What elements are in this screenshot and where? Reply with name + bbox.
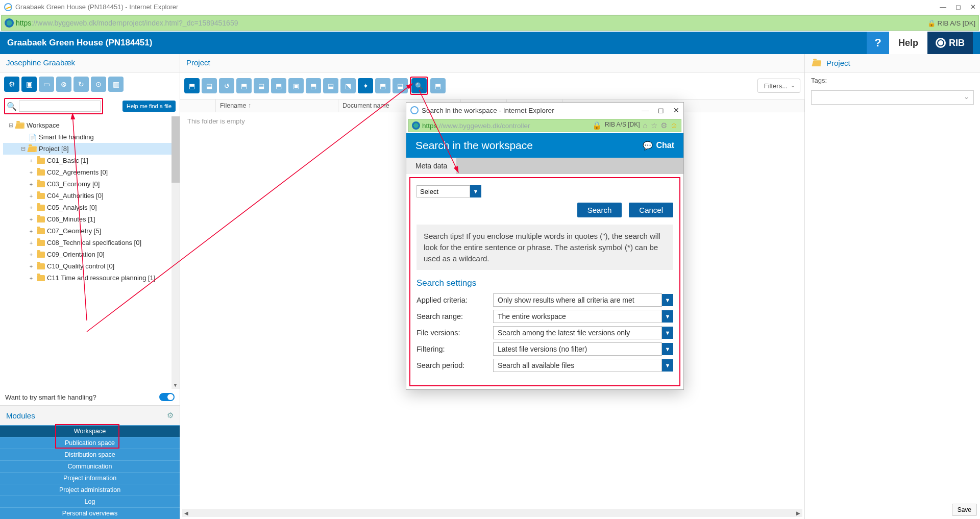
module-communication[interactable]: Communication — [0, 460, 180, 472]
folder-tree[interactable]: ⊟Workspace📄Smart file handling⊟Project [… — [0, 116, 180, 389]
mid-btn-4[interactable]: ⬒ — [236, 78, 252, 93]
help-button[interactable]: Help — [889, 32, 927, 54]
url-host: ://www.byggeweb.dk — [31, 19, 96, 27]
popup-minimize-icon[interactable]: — — [642, 106, 649, 114]
chevron-down-icon[interactable]: ▼ — [662, 343, 673, 355]
popup-close-icon[interactable]: ✕ — [673, 106, 679, 114]
chevron-down-icon[interactable]: ▼ — [662, 359, 673, 372]
filters-button[interactable]: Filters... — [757, 79, 800, 93]
help-find-button[interactable]: Help me find a file — [122, 101, 176, 112]
module-list: WorkspacePublication spaceDistribution s… — [0, 425, 180, 519]
settings-row: File versions: Search among the latest f… — [416, 326, 673, 339]
right-title: Project — [805, 54, 980, 72]
settings-select[interactable]: Only show results where all criteria are… — [493, 293, 662, 307]
tree-item[interactable]: 📄Smart file handling — [3, 131, 179, 143]
save-button[interactable]: Save — [952, 504, 977, 516]
settings-row: Search range: The entire workspace ▼ — [416, 310, 673, 323]
tool-folder2-icon[interactable]: ▭ — [39, 77, 54, 92]
cancel-button[interactable]: Cancel — [629, 203, 673, 217]
tree-item[interactable]: +C05_Analysis [0] — [3, 202, 179, 213]
mid-btn-2[interactable]: ⬓ — [202, 78, 217, 93]
star-icon[interactable]: ☆ — [651, 121, 657, 130]
ie-logo-icon — [410, 106, 419, 114]
lock-icon: 🔒 — [927, 19, 936, 27]
module-project-administration[interactable]: Project administration — [0, 484, 180, 496]
module-project-information[interactable]: Project information — [0, 472, 180, 484]
maximize-icon[interactable]: ◻ — [955, 3, 961, 11]
rib-brand[interactable]: RIB — [927, 32, 973, 54]
metadata-select[interactable] — [416, 185, 470, 197]
mid-btn-1[interactable]: ⬒ — [184, 78, 200, 93]
chat-button[interactable]: 💬 Chat — [643, 141, 674, 151]
chevron-down-icon[interactable]: ▼ — [662, 310, 673, 323]
tool-folder3-icon[interactable]: ⊗ — [56, 77, 71, 92]
tree-item[interactable]: +C07_Geometry [5] — [3, 225, 179, 237]
module-distribution-space[interactable]: Distribution space — [0, 449, 180, 460]
popup-body-highlight: ▼ Search Cancel Search tips! If you encl… — [409, 177, 680, 386]
search-button[interactable]: Search — [577, 203, 622, 217]
tree-item[interactable]: +C02_Agreements [0] — [3, 166, 179, 178]
tree-item[interactable]: +C06_Minutes [1] — [3, 213, 179, 225]
mid-btn-10[interactable]: ⬔ — [340, 78, 356, 93]
mid-btn-3[interactable]: ↺ — [219, 78, 234, 93]
help-icon[interactable]: ? — [867, 32, 889, 54]
tree-item[interactable]: +C04_Authorities [0] — [3, 190, 179, 202]
module-publication-space[interactable]: Publication space — [0, 437, 180, 449]
tree-item[interactable]: +C10_Quality control [0] — [3, 260, 179, 272]
user-heading: Josephine Graabæk — [0, 54, 180, 72]
tree-item[interactable]: +C11 Time and ressource planning [1] — [3, 272, 179, 284]
mid-btn-6[interactable]: ⬒ — [271, 78, 286, 93]
tab-metadata[interactable]: Meta data — [406, 158, 457, 174]
home-icon[interactable]: ⌂ — [643, 121, 648, 130]
gear-icon[interactable]: ⚙ — [660, 121, 667, 130]
mid-btn-5[interactable]: ⬓ — [254, 78, 269, 93]
tree-item[interactable]: +C01_Basic [1] — [3, 155, 179, 166]
popup-titlebar: Search in the workspace - Internet Explo… — [406, 103, 683, 118]
tree-item[interactable]: +C09_Orientation [0] — [3, 249, 179, 260]
smiley-icon[interactable]: ☺ — [670, 121, 678, 130]
rib-logo-icon — [936, 38, 946, 48]
tool-folder4-icon[interactable]: ↻ — [74, 77, 89, 92]
tool-folder-icon[interactable]: ▣ — [21, 77, 37, 92]
settings-select[interactable]: Search among the latest file versions on… — [493, 326, 662, 339]
settings-select[interactable]: Search all available files — [493, 359, 662, 372]
tags-select[interactable] — [811, 90, 974, 105]
app-bar: Graabaek Green House (PN184451) ? Help R… — [0, 32, 980, 54]
tool-folder5-icon[interactable]: ⊙ — [91, 77, 106, 92]
settings-select[interactable]: The entire workspace — [493, 310, 662, 323]
mid-btn-7[interactable]: ▣ — [288, 78, 304, 93]
tags-label: Tags: — [805, 72, 980, 88]
tree-item[interactable]: ⊟Project [8] — [3, 143, 179, 155]
horizontal-scrollbar[interactable]: ◀▶ — [182, 509, 802, 517]
mid-btn-8[interactable]: ⬒ — [306, 78, 321, 93]
mid-btn-13[interactable]: ⬓ — [393, 78, 408, 93]
tool-folder6-icon[interactable]: ▥ — [108, 77, 124, 92]
modules-gear-icon[interactable]: ⚙ — [167, 411, 174, 420]
popup-heading-bar: Search in the workspace 💬 Chat — [406, 133, 683, 158]
tree-scrollbar[interactable] — [172, 116, 180, 389]
mid-btn-9[interactable]: ⬓ — [323, 78, 338, 93]
mid-btn-11[interactable]: ✦ — [358, 78, 373, 93]
module-personal-overviews[interactable]: Personal overviews — [0, 507, 180, 519]
metadata-dropdown-icon[interactable]: ▼ — [470, 185, 481, 197]
mid-btn-15[interactable]: ⬒ — [430, 78, 446, 93]
tree-item[interactable]: +C03_Economy [0] — [3, 178, 179, 190]
popup-maximize-icon[interactable]: ◻ — [658, 106, 664, 114]
module-log[interactable]: Log — [0, 496, 180, 507]
mid-title: Project — [180, 54, 804, 72]
close-icon[interactable]: ✕ — [970, 3, 976, 11]
chevron-down-icon[interactable]: ▼ — [662, 294, 673, 306]
col-filename[interactable]: Filename ↑ — [216, 100, 338, 112]
chevron-down-icon[interactable]: ▼ — [662, 327, 673, 339]
search-input[interactable] — [19, 101, 101, 112]
settings-select[interactable]: Latest file versions (no filter) — [493, 342, 662, 356]
mid-btn-search[interactable]: 🔍 — [411, 78, 427, 93]
mid-btn-12[interactable]: ⬒ — [375, 78, 390, 93]
tool-gear-icon[interactable]: ⚙ — [4, 77, 19, 92]
minimize-icon[interactable]: — — [940, 3, 946, 11]
module-workspace[interactable]: Workspace — [0, 425, 180, 437]
smart-toggle[interactable] — [159, 393, 175, 401]
tree-item[interactable]: +C08_Technical specifications [0] — [3, 237, 179, 249]
tree-item[interactable]: ⊟Workspace — [3, 119, 179, 131]
lock-icon: 🔒 — [592, 121, 602, 130]
